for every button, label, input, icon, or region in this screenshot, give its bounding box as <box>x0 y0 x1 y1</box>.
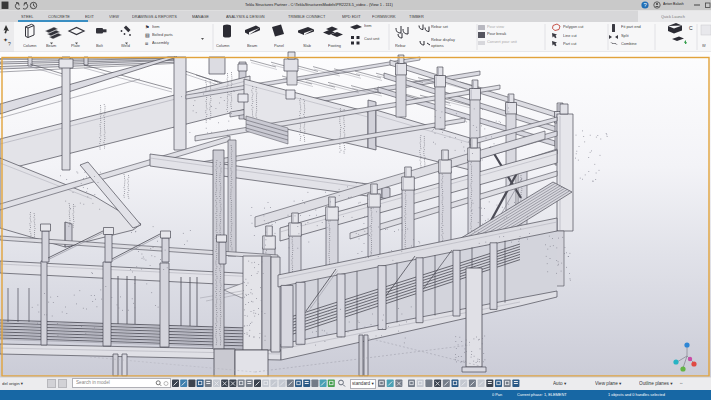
svg-text:?: ? <box>8 41 11 47</box>
svg-text:⚑: ⚑ <box>145 24 149 30</box>
svg-text:⧈: ⧈ <box>145 40 148 46</box>
svg-text:▧: ▧ <box>145 32 150 38</box>
svg-text:C: C <box>689 25 693 31</box>
